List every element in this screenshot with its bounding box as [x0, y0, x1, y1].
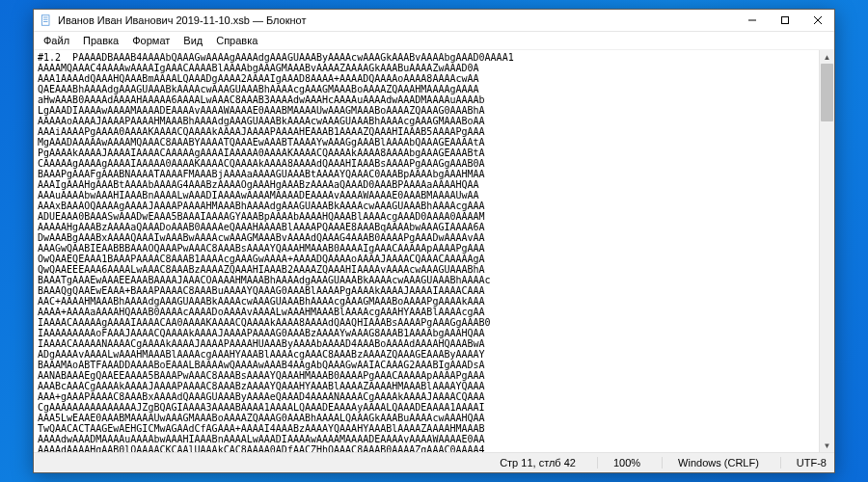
menu-format[interactable]: Формат [126, 34, 176, 47]
scroll-down-arrow[interactable]: ▼ [820, 439, 834, 452]
svg-rect-0 [42, 15, 50, 26]
statusbar: Стр 11, стлб 42 100% Windows (CRLF) UTF-… [34, 452, 834, 472]
titlebar[interactable]: Иванов Иван Иванович 2019-11-10.xsb — Бл… [34, 10, 834, 32]
vertical-scrollbar[interactable]: ▲ ▼ [819, 50, 834, 452]
scroll-up-arrow[interactable]: ▲ [820, 50, 834, 64]
scroll-thumb[interactable] [821, 64, 833, 121]
minimize-button[interactable] [736, 10, 769, 31]
notepad-window: Иванов Иван Иванович 2019-11-10.xsb — Бл… [33, 9, 835, 473]
status-encoding: UTF-8 [780, 457, 827, 469]
maximize-button[interactable] [769, 10, 801, 31]
status-line-ending: Windows (CRLF) [662, 457, 759, 469]
menu-edit[interactable]: Правка [77, 34, 124, 47]
app-icon [40, 13, 53, 27]
window-title: Иванов Иван Иванович 2019-11-10.xsb — Бл… [58, 14, 736, 26]
menu-file[interactable]: Файл [38, 34, 75, 47]
menu-view[interactable]: Вид [177, 34, 208, 47]
menu-help[interactable]: Справка [210, 34, 263, 47]
status-zoom: 100% [597, 457, 640, 469]
close-button[interactable] [801, 10, 834, 31]
status-position: Стр 11, стлб 42 [484, 457, 576, 469]
text-area[interactable]: #1.2 PAAAADBAAAB4AAAAbQAAAGwAAAAgAAAAdgA… [34, 50, 819, 452]
menubar: Файл Правка Формат Вид Справка [34, 32, 834, 50]
svg-rect-5 [782, 17, 789, 24]
